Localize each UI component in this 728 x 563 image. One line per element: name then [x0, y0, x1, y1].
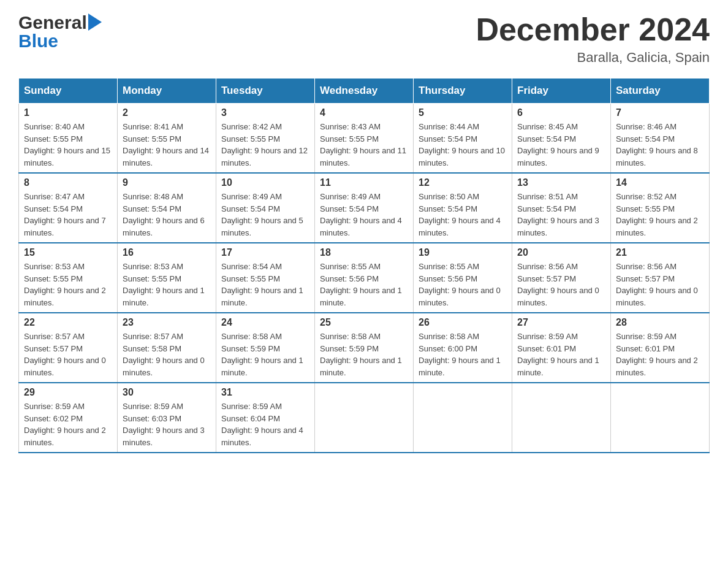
- header-friday: Friday: [512, 79, 611, 104]
- day-info: Sunrise: 8:46 AMSunset: 5:54 PMDaylight:…: [616, 121, 704, 169]
- header-thursday: Thursday: [414, 79, 512, 104]
- calendar-cell: 6Sunrise: 8:45 AMSunset: 5:54 PMDaylight…: [512, 104, 611, 174]
- day-number: 26: [419, 317, 507, 328]
- calendar-cell: 25Sunrise: 8:58 AMSunset: 5:59 PMDayligh…: [315, 313, 414, 383]
- calendar-cell: 16Sunrise: 8:53 AMSunset: 5:55 PMDayligh…: [118, 243, 216, 313]
- day-info: Sunrise: 8:59 AMSunset: 6:01 PMDaylight:…: [616, 331, 704, 378]
- header-monday: Monday: [118, 79, 216, 104]
- day-number: 10: [221, 177, 309, 188]
- day-number: 16: [123, 247, 211, 258]
- day-info: Sunrise: 8:44 AMSunset: 5:54 PMDaylight:…: [419, 121, 507, 169]
- day-info: Sunrise: 8:59 AMSunset: 6:01 PMDaylight:…: [517, 331, 605, 378]
- day-number: 13: [517, 177, 605, 188]
- calendar-cell: 21Sunrise: 8:56 AMSunset: 5:57 PMDayligh…: [611, 243, 710, 313]
- calendar-cell: 9Sunrise: 8:48 AMSunset: 5:54 PMDaylight…: [118, 173, 216, 243]
- day-info: Sunrise: 8:50 AMSunset: 5:54 PMDaylight:…: [419, 191, 507, 239]
- day-info: Sunrise: 8:56 AMSunset: 5:57 PMDaylight:…: [517, 261, 605, 308]
- calendar-cell: 12Sunrise: 8:50 AMSunset: 5:54 PMDayligh…: [414, 173, 512, 243]
- day-info: Sunrise: 8:40 AMSunset: 5:55 PMDaylight:…: [24, 121, 112, 169]
- svg-marker-0: [88, 13, 102, 31]
- day-info: Sunrise: 8:55 AMSunset: 5:56 PMDaylight:…: [419, 261, 507, 308]
- day-number: 11: [320, 177, 408, 188]
- header-wednesday: Wednesday: [315, 79, 414, 104]
- calendar-cell: 1Sunrise: 8:40 AMSunset: 5:55 PMDaylight…: [19, 104, 118, 174]
- logo-general-text: General: [18, 12, 87, 33]
- day-number: 31: [221, 387, 309, 398]
- day-info: Sunrise: 8:47 AMSunset: 5:54 PMDaylight:…: [24, 191, 112, 239]
- calendar-cell: 8Sunrise: 8:47 AMSunset: 5:54 PMDaylight…: [19, 173, 118, 243]
- day-number: 21: [616, 247, 704, 258]
- day-info: Sunrise: 8:58 AMSunset: 5:59 PMDaylight:…: [320, 331, 408, 378]
- calendar-cell: 11Sunrise: 8:49 AMSunset: 5:54 PMDayligh…: [315, 173, 414, 243]
- day-number: 6: [517, 107, 605, 118]
- calendar-week-row: 15Sunrise: 8:53 AMSunset: 5:55 PMDayligh…: [19, 243, 710, 313]
- day-info: Sunrise: 8:43 AMSunset: 5:55 PMDaylight:…: [320, 121, 408, 169]
- day-number: 9: [123, 177, 211, 188]
- day-number: 1: [24, 107, 112, 118]
- calendar-cell: 30Sunrise: 8:59 AMSunset: 6:03 PMDayligh…: [118, 383, 216, 453]
- day-number: 24: [221, 317, 309, 328]
- calendar-week-row: 22Sunrise: 8:57 AMSunset: 5:57 PMDayligh…: [19, 313, 710, 383]
- calendar-week-row: 8Sunrise: 8:47 AMSunset: 5:54 PMDaylight…: [19, 173, 710, 243]
- calendar-cell: 14Sunrise: 8:52 AMSunset: 5:55 PMDayligh…: [611, 173, 710, 243]
- calendar-week-row: 29Sunrise: 8:59 AMSunset: 6:02 PMDayligh…: [19, 383, 710, 453]
- day-info: Sunrise: 8:56 AMSunset: 5:57 PMDaylight:…: [616, 261, 704, 308]
- calendar-cell: 13Sunrise: 8:51 AMSunset: 5:54 PMDayligh…: [512, 173, 611, 243]
- day-info: Sunrise: 8:49 AMSunset: 5:54 PMDaylight:…: [221, 191, 309, 239]
- day-info: Sunrise: 8:57 AMSunset: 5:58 PMDaylight:…: [123, 331, 211, 378]
- month-title: December 2024: [476, 12, 710, 47]
- calendar-cell: 20Sunrise: 8:56 AMSunset: 5:57 PMDayligh…: [512, 243, 611, 313]
- calendar-cell: 23Sunrise: 8:57 AMSunset: 5:58 PMDayligh…: [118, 313, 216, 383]
- day-number: 15: [24, 247, 112, 258]
- day-info: Sunrise: 8:53 AMSunset: 5:55 PMDaylight:…: [24, 261, 112, 308]
- day-number: 23: [123, 317, 211, 328]
- day-info: Sunrise: 8:42 AMSunset: 5:55 PMDaylight:…: [221, 121, 309, 169]
- calendar-cell: 18Sunrise: 8:55 AMSunset: 5:56 PMDayligh…: [315, 243, 414, 313]
- location-text: Baralla, Galicia, Spain: [476, 50, 710, 66]
- calendar-cell: [611, 383, 710, 453]
- day-number: 20: [517, 247, 605, 258]
- day-number: 18: [320, 247, 408, 258]
- day-number: 30: [123, 387, 211, 398]
- day-number: 7: [616, 107, 704, 118]
- calendar-cell: 10Sunrise: 8:49 AMSunset: 5:54 PMDayligh…: [216, 173, 315, 243]
- calendar-cell: 3Sunrise: 8:42 AMSunset: 5:55 PMDaylight…: [216, 104, 315, 174]
- calendar-cell: 31Sunrise: 8:59 AMSunset: 6:04 PMDayligh…: [216, 383, 315, 453]
- day-info: Sunrise: 8:55 AMSunset: 5:56 PMDaylight:…: [320, 261, 408, 308]
- calendar-cell: [315, 383, 414, 453]
- calendar-cell: 5Sunrise: 8:44 AMSunset: 5:54 PMDaylight…: [414, 104, 512, 174]
- calendar-cell: 26Sunrise: 8:58 AMSunset: 6:00 PMDayligh…: [414, 313, 512, 383]
- calendar-cell: 29Sunrise: 8:59 AMSunset: 6:02 PMDayligh…: [19, 383, 118, 453]
- calendar-cell: 2Sunrise: 8:41 AMSunset: 5:55 PMDaylight…: [118, 104, 216, 174]
- day-number: 3: [221, 107, 309, 118]
- calendar-cell: 7Sunrise: 8:46 AMSunset: 5:54 PMDaylight…: [611, 104, 710, 174]
- calendar-cell: [414, 383, 512, 453]
- calendar-cell: [512, 383, 611, 453]
- day-info: Sunrise: 8:41 AMSunset: 5:55 PMDaylight:…: [123, 121, 211, 169]
- day-info: Sunrise: 8:59 AMSunset: 6:02 PMDaylight:…: [24, 400, 112, 448]
- logo: General Blue: [18, 12, 102, 52]
- logo-blue-text: Blue: [18, 31, 58, 52]
- day-number: 28: [616, 317, 704, 328]
- day-info: Sunrise: 8:53 AMSunset: 5:55 PMDaylight:…: [123, 261, 211, 308]
- day-number: 5: [419, 107, 507, 118]
- calendar-table: Sunday Monday Tuesday Wednesday Thursday…: [18, 78, 710, 453]
- day-number: 25: [320, 317, 408, 328]
- day-number: 22: [24, 317, 112, 328]
- day-info: Sunrise: 8:45 AMSunset: 5:54 PMDaylight:…: [517, 121, 605, 169]
- day-info: Sunrise: 8:49 AMSunset: 5:54 PMDaylight:…: [320, 191, 408, 239]
- logo-triangle-icon: [88, 13, 102, 31]
- page-header: General Blue December 2024 Baralla, Gali…: [18, 12, 710, 66]
- calendar-cell: 4Sunrise: 8:43 AMSunset: 5:55 PMDaylight…: [315, 104, 414, 174]
- day-info: Sunrise: 8:54 AMSunset: 5:55 PMDaylight:…: [221, 261, 309, 308]
- day-info: Sunrise: 8:57 AMSunset: 5:57 PMDaylight:…: [24, 331, 112, 378]
- calendar-cell: 15Sunrise: 8:53 AMSunset: 5:55 PMDayligh…: [19, 243, 118, 313]
- header-sunday: Sunday: [19, 79, 118, 104]
- calendar-cell: 24Sunrise: 8:58 AMSunset: 5:59 PMDayligh…: [216, 313, 315, 383]
- header-tuesday: Tuesday: [216, 79, 315, 104]
- header-saturday: Saturday: [611, 79, 710, 104]
- calendar-cell: 22Sunrise: 8:57 AMSunset: 5:57 PMDayligh…: [19, 313, 118, 383]
- day-number: 2: [123, 107, 211, 118]
- calendar-week-row: 1Sunrise: 8:40 AMSunset: 5:55 PMDaylight…: [19, 104, 710, 174]
- day-info: Sunrise: 8:59 AMSunset: 6:04 PMDaylight:…: [221, 400, 309, 448]
